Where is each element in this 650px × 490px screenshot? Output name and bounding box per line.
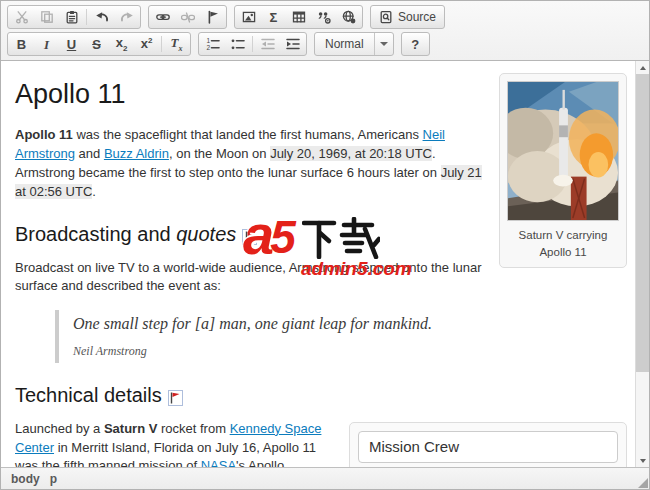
about-group: ? xyxy=(401,32,430,56)
path-item-body[interactable]: body xyxy=(11,472,40,486)
paste-icon xyxy=(65,10,79,24)
bold-icon: B xyxy=(17,38,26,51)
scroll-up-button[interactable] xyxy=(636,61,649,74)
quote-gear-icon xyxy=(317,10,331,24)
scroll-down-button[interactable] xyxy=(636,454,649,467)
paste-button[interactable] xyxy=(59,7,84,28)
sigma-icon: Σ xyxy=(270,11,278,24)
editable-document[interactable]: Saturn V carrying Apollo 11 Apollo 11 Ap… xyxy=(1,61,635,467)
insert-group: Σ xyxy=(234,5,363,29)
source-doc-icon xyxy=(379,10,393,24)
toolbar-separator xyxy=(86,9,87,25)
cut-button[interactable] xyxy=(9,7,34,28)
format-dropdown-arrow xyxy=(374,33,393,55)
subscript-icon: x2 xyxy=(116,36,128,53)
links-group xyxy=(148,5,227,29)
bulleted-list-button[interactable] xyxy=(225,34,250,55)
unlink-button[interactable] xyxy=(175,7,200,28)
outdent-icon xyxy=(261,37,275,51)
source-button-label: Source xyxy=(398,10,436,24)
image-icon xyxy=(242,10,256,24)
clipboard-group xyxy=(7,5,141,29)
image-caption[interactable]: Saturn V carrying Apollo 11 xyxy=(507,227,619,260)
image-widget[interactable]: Saturn V carrying Apollo 11 xyxy=(499,73,627,268)
removeformat-icon: Tx xyxy=(171,36,183,53)
svg-text:2: 2 xyxy=(206,44,210,51)
unlink-icon xyxy=(181,10,195,24)
anchor-widget[interactable] xyxy=(242,229,257,245)
numbered-list-icon: 12 xyxy=(206,37,220,51)
path-item-p[interactable]: p xyxy=(50,472,57,486)
link-icon xyxy=(156,10,170,24)
vertical-scrollbar[interactable] xyxy=(635,61,649,467)
insert-table-button[interactable] xyxy=(286,7,311,28)
table-icon xyxy=(292,10,306,24)
anchor-button[interactable] xyxy=(200,7,225,28)
bulleted-list-icon xyxy=(231,37,245,51)
red-flag-icon xyxy=(170,392,180,404)
removeformat-button[interactable]: Tx xyxy=(164,34,189,55)
highlighted-date: July 20, 1969, at 20:18 UTC xyxy=(270,146,432,161)
scrollbar-thumb[interactable] xyxy=(636,74,649,372)
elements-path-bar: body p xyxy=(1,467,649,489)
content-link[interactable]: Buzz Aldrin xyxy=(104,146,169,161)
indent-button[interactable] xyxy=(280,34,305,55)
globe-gear-icon xyxy=(342,10,356,24)
link-button[interactable] xyxy=(150,7,175,28)
technical-heading: Technical details xyxy=(15,381,629,410)
editor-toolbar: Σ Source B I U S x2 x2 Tx xyxy=(1,1,649,61)
content-link[interactable]: NASA xyxy=(201,458,236,467)
italic-icon: I xyxy=(44,38,49,51)
anchor-widget[interactable] xyxy=(168,390,183,406)
paragraph-format-dropdown[interactable]: Normal xyxy=(314,32,394,56)
strikethrough-button[interactable]: S xyxy=(84,34,109,55)
anchor-flag-icon xyxy=(206,10,220,24)
scroll-down-icon xyxy=(640,459,646,463)
redo-icon xyxy=(120,10,134,24)
redo-button[interactable] xyxy=(114,7,139,28)
toolbar-row-2: B I U S x2 x2 Tx 12 Normal ? xyxy=(7,32,643,56)
cut-icon xyxy=(15,10,29,24)
resize-grip[interactable] xyxy=(638,478,648,488)
outdent-button[interactable] xyxy=(255,34,280,55)
copy-icon xyxy=(40,10,54,24)
mission-crew-title: Mission Crew xyxy=(358,431,618,463)
help-button[interactable]: ? xyxy=(403,34,428,55)
toolbar-separator xyxy=(161,36,162,52)
copy-button[interactable] xyxy=(34,7,59,28)
strikethrough-icon: S xyxy=(92,38,101,51)
subscript-button[interactable]: x2 xyxy=(109,34,134,55)
insert-snippet-button[interactable] xyxy=(311,7,336,28)
undo-icon xyxy=(95,10,109,24)
insert-math-button[interactable]: Σ xyxy=(261,7,286,28)
chevron-down-icon xyxy=(380,42,388,46)
editing-area-wrapper: Saturn V carrying Apollo 11 Apollo 11 Ap… xyxy=(1,61,649,467)
undo-button[interactable] xyxy=(89,7,114,28)
quote-block: One small step for [a] man, one giant le… xyxy=(55,310,629,363)
red-flag-icon xyxy=(245,231,255,243)
superscript-button[interactable]: x2 xyxy=(134,34,159,55)
numbered-list-button[interactable]: 12 xyxy=(200,34,225,55)
basicstyles-group: B I U S x2 x2 Tx xyxy=(7,32,191,56)
help-icon: ? xyxy=(411,38,419,51)
lists-group: 12 xyxy=(198,32,307,56)
toolbar-separator xyxy=(252,36,253,52)
scroll-up-icon xyxy=(640,66,646,70)
saturn-v-launch-photo xyxy=(507,81,619,221)
bold-button[interactable]: B xyxy=(9,34,34,55)
insert-image-button[interactable] xyxy=(236,7,261,28)
rich-text-editor: Σ Source B I U S x2 x2 Tx xyxy=(0,0,650,490)
source-group: Source xyxy=(370,5,445,29)
format-dropdown-value: Normal xyxy=(315,37,374,51)
insert-iframe-button[interactable] xyxy=(336,7,361,28)
quote-author: Neil Armstrong xyxy=(73,343,629,360)
toolbar-row-1: Σ Source xyxy=(7,5,643,29)
source-button[interactable]: Source xyxy=(372,7,443,28)
svg-text:1: 1 xyxy=(206,37,210,44)
italic-button[interactable]: I xyxy=(34,34,59,55)
underline-icon: U xyxy=(67,38,76,51)
quote-text: One small step for [a] man, one giant le… xyxy=(73,312,629,335)
underline-button[interactable]: U xyxy=(59,34,84,55)
indent-icon xyxy=(286,37,300,51)
mission-crew-widget[interactable]: Mission Crew Commander: Neil A. Armstron… xyxy=(349,422,627,467)
